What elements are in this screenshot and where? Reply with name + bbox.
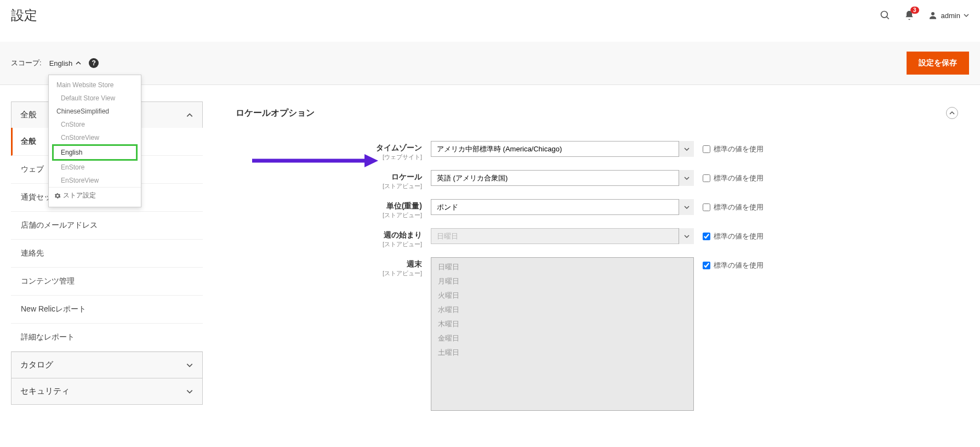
form-row: 週の始まり[ストアビュー]日曜日標準の値を使用 [236, 228, 958, 248]
scope-option[interactable]: English [52, 144, 138, 161]
sidebar-item[interactable]: 連絡先 [11, 240, 203, 268]
svg-point-0 [881, 12, 887, 18]
form-row: 単位(重量)[ストアビュー]ポンド標準の値を使用 [236, 199, 958, 219]
save-button[interactable]: 設定を保存 [907, 52, 969, 75]
sidebar-item[interactable]: 店舗のメールアドレス [11, 212, 203, 240]
chevron-up-icon [186, 111, 193, 119]
field-label: ロケール [391, 172, 422, 181]
scope-dropdown: Main Website StoreDefault Store ViewChin… [48, 75, 141, 207]
scope-selector[interactable]: English [49, 59, 82, 67]
use-default-label: 標準の値を使用 [714, 231, 764, 241]
multiselect-option: 金曜日 [434, 331, 691, 346]
scope-option[interactable]: ChineseSimplified [49, 105, 141, 118]
admin-menu[interactable]: admin [928, 10, 969, 20]
field-scope-label: [ストアビュー] [236, 211, 422, 219]
chevron-down-icon [186, 388, 193, 395]
field-select[interactable]: 英語 (アメリカ合衆国) [431, 170, 694, 186]
chevron-down-icon [186, 361, 193, 369]
sidebar-item[interactable]: コンテンツ管理 [11, 268, 203, 296]
sidebar-section-label: カタログ [20, 360, 53, 370]
form-row: タイムゾーン[ウェブサイト]アメリカ中部標準時 (America/Chicago… [236, 141, 958, 161]
multiselect-option: 木曜日 [434, 317, 691, 331]
sidebar-section-catalog[interactable]: カタログ [11, 352, 203, 378]
scope-option[interactable]: EnStore [49, 161, 141, 174]
use-default-checkbox[interactable] [703, 262, 710, 269]
sidebar-item[interactable]: 詳細なレポート [11, 324, 203, 352]
chevron-up-icon [949, 110, 955, 116]
field-label: 週末 [407, 259, 422, 268]
sidebar-section-label: 全般 [20, 110, 37, 120]
multiselect-option: 日曜日 [434, 260, 691, 274]
sidebar-section-label: セキュリティ [20, 386, 70, 397]
use-default-checkbox[interactable] [703, 174, 710, 182]
scope-option[interactable]: CnStore [49, 118, 141, 131]
use-default-label: 標準の値を使用 [714, 261, 764, 270]
sidebar-item[interactable]: New Relicレポート [11, 296, 203, 324]
scope-value: English [49, 59, 73, 67]
use-default-checkbox[interactable] [703, 233, 710, 240]
svg-line-1 [886, 17, 888, 19]
field-select[interactable]: ポンド [431, 199, 694, 215]
multiselect-option: 土曜日 [434, 346, 691, 360]
field-label: 単位(重量) [386, 201, 422, 210]
svg-point-2 [931, 12, 935, 15]
page-title: 設定 [11, 7, 37, 24]
scope-footer-label: ストア設定 [63, 191, 96, 200]
scope-option[interactable]: Main Website Store [49, 78, 141, 92]
section-title: ロケールオプション [236, 107, 315, 119]
sidebar-section-security[interactable]: セキュリティ [11, 378, 203, 405]
collapse-button[interactable] [946, 107, 958, 119]
search-icon[interactable] [880, 10, 891, 21]
field-label: 週の始まり [384, 230, 422, 239]
use-default-label: 標準の値を使用 [714, 144, 764, 154]
scope-option[interactable]: EnStoreView [49, 174, 141, 187]
use-default-checkbox[interactable] [703, 145, 710, 153]
scope-dropdown-footer[interactable]: ストア設定 [49, 187, 141, 203]
field-select[interactable]: アメリカ中部標準時 (America/Chicago) [431, 141, 694, 157]
multiselect-option: 水曜日 [434, 303, 691, 317]
field-label: タイムゾーン [376, 143, 422, 152]
field-scope-label: [ストアビュー] [236, 182, 422, 190]
field-scope-label: [ストアビュー] [236, 240, 422, 248]
form-row: 週末[ストアビュー]日曜日月曜日火曜日水曜日木曜日金曜日土曜日標準の値を使用 [236, 257, 958, 411]
form-row: ロケール[ストアビュー]英語 (アメリカ合衆国)標準の値を使用 [236, 170, 958, 190]
multiselect-option: 月曜日 [434, 274, 691, 288]
user-icon [928, 10, 938, 20]
use-default-label: 標準の値を使用 [714, 173, 764, 183]
scope-label: スコープ: [11, 58, 42, 68]
admin-label: admin [941, 12, 960, 20]
notification-badge: 3 [910, 7, 919, 14]
field-scope-label: [ウェブサイト] [236, 153, 422, 161]
use-default-checkbox[interactable] [703, 203, 710, 211]
field-scope-label: [ストアビュー] [236, 269, 422, 278]
scope-option[interactable]: Default Store View [49, 92, 141, 105]
chevron-down-icon [964, 13, 969, 18]
scope-option[interactable]: CnStoreView [49, 131, 141, 144]
field-select: 日曜日 [431, 228, 694, 244]
multiselect-option: 火曜日 [434, 288, 691, 303]
help-icon[interactable]: ? [89, 58, 99, 68]
gear-icon [54, 193, 61, 199]
chevron-up-icon [76, 60, 81, 66]
field-multiselect: 日曜日月曜日火曜日水曜日木曜日金曜日土曜日 [431, 257, 694, 411]
use-default-label: 標準の値を使用 [714, 202, 764, 212]
